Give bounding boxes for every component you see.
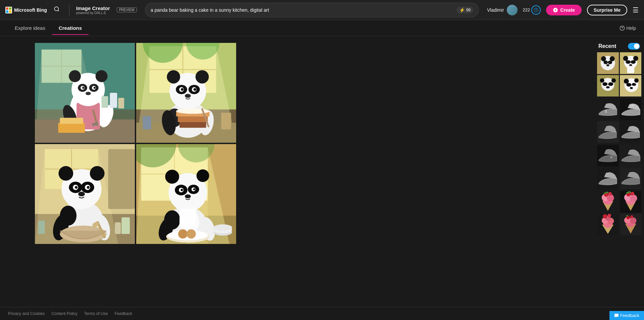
sidebar-thumb-shoe-6[interactable] xyxy=(620,145,642,167)
svg-point-196 xyxy=(607,214,611,217)
sidebar-thumb-shoe-img-1 xyxy=(597,99,619,120)
sidebar-thumb-panda-1[interactable] xyxy=(597,52,619,74)
svg-point-87 xyxy=(78,192,85,196)
user-avatar[interactable] xyxy=(507,5,518,15)
sidebar-thumb-panda-3[interactable] xyxy=(597,75,619,97)
svg-point-115 xyxy=(181,189,183,191)
svg-point-127 xyxy=(213,224,232,231)
search-bar: ⚡ 99 xyxy=(145,3,479,17)
sidebar-thumb-shoe-4[interactable] xyxy=(620,121,642,143)
boost-count: 99 xyxy=(466,8,471,12)
svg-point-86 xyxy=(87,186,90,189)
sidebar-thumb-ice-img-2 xyxy=(620,191,642,213)
surprise-button[interactable]: Surprise Me xyxy=(587,5,627,15)
footer-terms[interactable]: Terms of Use xyxy=(84,311,108,316)
search-input[interactable] xyxy=(151,7,457,13)
svg-rect-67 xyxy=(221,113,231,130)
sidebar-thumb-shoe-img-5: ★ xyxy=(597,145,619,167)
svg-point-59 xyxy=(185,94,191,98)
sidebar-thumb-icecream-3[interactable] xyxy=(597,214,619,236)
sidebar-thumb-icecream-2[interactable] xyxy=(620,191,642,213)
user-name: Vladimir xyxy=(487,7,504,13)
image-cell-2[interactable] xyxy=(136,43,236,143)
sidebar-group-panda xyxy=(597,52,641,97)
image-cell-3[interactable] xyxy=(35,144,135,244)
sidebar-thumb-panda-2[interactable] xyxy=(620,52,642,74)
svg-point-149 xyxy=(606,86,610,88)
create-icon xyxy=(553,7,558,13)
svg-point-79 xyxy=(59,166,73,181)
svg-point-123 xyxy=(178,229,187,239)
sidebar-thumb-shoe-img-2 xyxy=(620,99,642,120)
svg-point-158 xyxy=(605,112,607,113)
svg-point-195 xyxy=(603,214,607,218)
svg-point-117 xyxy=(185,194,191,198)
tab-explore[interactable]: Explore ideas xyxy=(8,21,52,35)
svg-point-148 xyxy=(608,82,613,86)
footer-feedback-link[interactable]: Feedback xyxy=(114,311,132,316)
sidebar-thumb-shoe-1[interactable] xyxy=(597,99,619,120)
tool-subtitle: powered by DALL-E xyxy=(76,11,110,15)
sidebar-thumb-ice-img-3 xyxy=(597,214,619,236)
sidebar-thumb-icecream-1[interactable] xyxy=(597,191,619,213)
svg-point-147 xyxy=(602,82,607,86)
hamburger-menu[interactable]: ☰ xyxy=(633,6,639,14)
svg-point-140 xyxy=(631,60,636,64)
svg-point-154 xyxy=(626,83,631,86)
footer-content-policy[interactable]: Content Policy xyxy=(51,311,77,316)
create-button[interactable]: Create xyxy=(546,5,582,15)
svg-point-139 xyxy=(626,60,631,64)
svg-point-153 xyxy=(634,78,639,82)
svg-text:★: ★ xyxy=(610,155,613,159)
tool-name: Image Creator xyxy=(76,5,110,11)
sidebar-thumb-icecream-4[interactable] xyxy=(620,214,642,236)
sidebar-thumb-shoe-img-6 xyxy=(620,145,642,167)
footer-privacy[interactable]: Privacy and Cookies xyxy=(8,311,45,316)
sidebar-thumb-shoe-8[interactable] xyxy=(620,168,642,189)
feedback-button[interactable]: Feedback xyxy=(609,311,644,320)
svg-point-146 xyxy=(611,78,616,82)
panda-image-3 xyxy=(35,144,135,244)
image-grid xyxy=(35,43,236,244)
svg-rect-95 xyxy=(115,222,121,234)
points-badge: 222 xyxy=(523,5,541,15)
svg-point-134 xyxy=(606,64,609,66)
svg-line-6 xyxy=(58,10,59,11)
image-cell-4[interactable] xyxy=(136,144,236,244)
sidebar-thumb-shoe-7[interactable] xyxy=(597,168,619,189)
boost-icon: ⚡ xyxy=(459,7,465,13)
sidebar-thumb-img-1 xyxy=(597,52,619,74)
footer: Privacy and Cookies Content Policy Terms… xyxy=(0,307,644,320)
bing-logo[interactable]: Microsoft Bing xyxy=(5,7,47,13)
svg-point-203 xyxy=(630,215,633,218)
image-cell-1[interactable] xyxy=(35,43,135,143)
bing-text: Microsoft Bing xyxy=(14,7,47,13)
sidebar-grid-3: ★ xyxy=(597,145,641,189)
sidebar-grid-4 xyxy=(597,191,641,235)
search-icon-button[interactable] xyxy=(51,5,62,15)
svg-point-5 xyxy=(54,7,58,11)
sidebar-thumb-shoe-2[interactable] xyxy=(620,99,642,120)
sidebar-thumb-panda-4[interactable] xyxy=(620,75,642,97)
svg-rect-120 xyxy=(179,209,196,228)
sidebar-thumb-shoe-5[interactable]: ★ xyxy=(597,145,619,167)
user-info: Vladimir xyxy=(487,5,518,15)
sidebar-group-shoes-2: ★ xyxy=(597,145,641,189)
tab-creations[interactable]: Creations xyxy=(52,21,89,35)
svg-point-186 xyxy=(631,192,634,195)
svg-rect-36 xyxy=(102,96,108,108)
svg-rect-1 xyxy=(6,7,8,10)
toggle-background[interactable] xyxy=(628,43,640,50)
sidebar: Recent xyxy=(594,43,644,244)
sidebar-header: Recent xyxy=(597,43,641,52)
recent-toggle[interactable] xyxy=(628,43,640,50)
panda-image-1 xyxy=(35,43,135,143)
sidebar-thumb-shoe-3[interactable] xyxy=(597,121,619,143)
help-button[interactable]: Help xyxy=(620,25,636,31)
tabs-left: Explore ideas Creations xyxy=(8,21,89,35)
svg-point-155 xyxy=(632,83,636,86)
app-header: Microsoft Bing Image Creator powered by … xyxy=(0,0,644,20)
svg-point-65 xyxy=(176,109,209,114)
svg-rect-75 xyxy=(108,149,135,209)
svg-rect-3 xyxy=(6,10,8,13)
